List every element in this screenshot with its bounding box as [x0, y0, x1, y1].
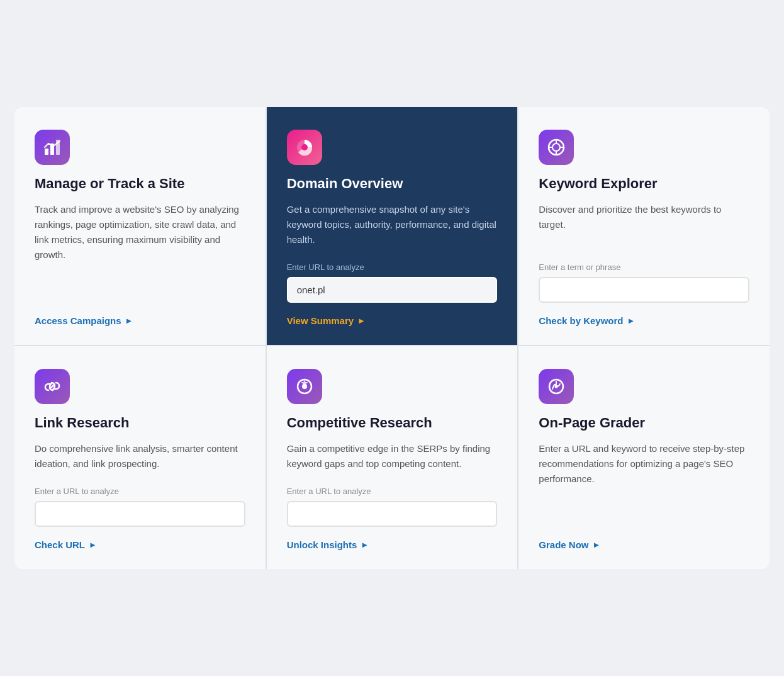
- svg-rect-0: [45, 149, 48, 155]
- card-link-keyword-explorer[interactable]: Check by Keyword ►: [539, 315, 749, 326]
- card-link-on-page-grader[interactable]: Grade Now ►: [539, 539, 749, 550]
- card-description-competitive-research: Gain a competitive edge in the SERPs by …: [287, 441, 498, 471]
- card-title-keyword-explorer: Keyword Explorer: [539, 175, 749, 193]
- url-input-competitive-research[interactable]: [287, 501, 498, 527]
- card-manage-site: Manage or Track a Site Track and improve…: [14, 107, 266, 345]
- card-keyword-explorer: Keyword Explorer Discover and prioritize…: [518, 107, 770, 345]
- url-input-domain-overview[interactable]: [287, 277, 498, 303]
- main-grid: Manage or Track a Site Track and improve…: [14, 107, 770, 568]
- input-label-link-research: Enter a URL to analyze: [35, 487, 245, 496]
- card-link-domain-overview[interactable]: View Summary ►: [287, 315, 498, 326]
- arrow-icon-manage-site: ►: [125, 316, 133, 325]
- input-label-competitive-research: Enter a URL to analyze: [287, 487, 498, 496]
- input-label-keyword-explorer: Enter a term or phrase: [539, 262, 749, 272]
- keyword-icon: [539, 130, 574, 165]
- card-description-manage-site: Track and improve a website's SEO by ana…: [35, 202, 245, 281]
- svg-point-4: [301, 144, 308, 150]
- arrow-icon-domain-overview: ►: [357, 316, 366, 325]
- arrow-icon-keyword-explorer: ►: [627, 316, 636, 325]
- url-input-link-research[interactable]: [35, 501, 245, 527]
- card-title-manage-site: Manage or Track a Site: [35, 175, 245, 193]
- card-on-page-grader: On-Page Grader Enter a URL and keyword t…: [518, 346, 770, 569]
- arrow-icon-on-page-grader: ►: [593, 540, 601, 549]
- bar-chart-icon: [35, 130, 70, 165]
- card-title-link-research: Link Research: [35, 414, 245, 432]
- card-domain-overview: Domain Overview Get a comprehensive snap…: [267, 107, 518, 345]
- card-link-research: Link Research Do comprehensive link anal…: [14, 346, 266, 569]
- card-description-domain-overview: Get a comprehensive snapshot of any site…: [287, 202, 498, 247]
- card-description-link-research: Do comprehensive link analysis, smarter …: [35, 441, 245, 471]
- arrow-icon-link-research: ►: [89, 540, 97, 549]
- card-title-on-page-grader: On-Page Grader: [539, 414, 749, 432]
- svg-point-6: [552, 144, 560, 151]
- card-description-keyword-explorer: Discover and prioritize the best keyword…: [539, 202, 749, 247]
- svg-point-15: [555, 385, 558, 388]
- card-title-competitive-research: Competitive Research: [287, 414, 498, 432]
- input-label-domain-overview: Enter URL to analyze: [287, 262, 498, 272]
- url-input-keyword-explorer[interactable]: [539, 277, 749, 303]
- arrow-icon-competitive-research: ►: [361, 540, 369, 549]
- pie-chart-icon: [287, 130, 322, 165]
- card-description-on-page-grader: Enter a URL and keyword to receive step-…: [539, 441, 749, 505]
- card-competitive-research: Competitive Research Gain a competitive …: [267, 346, 518, 569]
- grader-icon: [539, 369, 574, 404]
- card-title-domain-overview: Domain Overview: [287, 175, 498, 193]
- card-link-competitive-research[interactable]: Unlock Insights ►: [287, 539, 498, 550]
- card-link-link-research[interactable]: Check URL ►: [35, 539, 245, 550]
- card-link-manage-site[interactable]: Access Campaigns ►: [35, 315, 245, 326]
- competitive-icon: [287, 369, 322, 404]
- link-icon: [35, 369, 70, 404]
